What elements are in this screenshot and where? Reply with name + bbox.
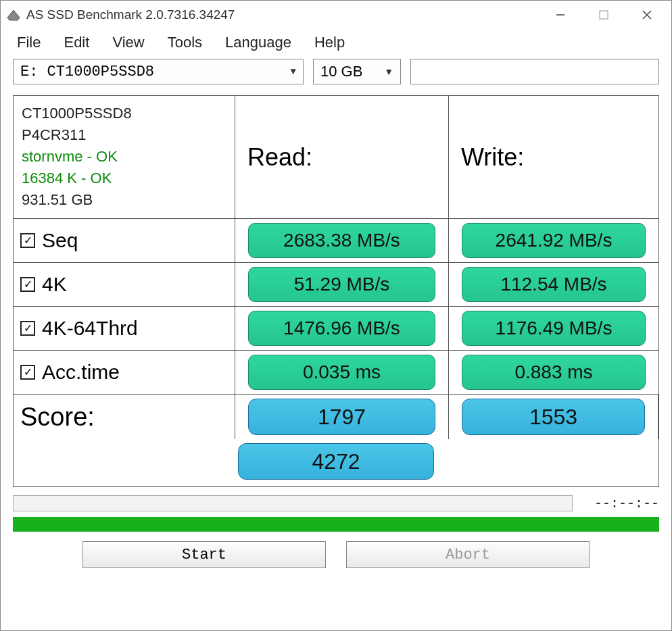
score-label: Score: <box>20 403 95 432</box>
size-select[interactable]: 10 GB ▼ <box>313 59 401 84</box>
menubar: File Edit View Tools Language Help <box>1 29 671 56</box>
elapsed-time: --:--:-- <box>585 496 659 511</box>
info-model: CT1000P5SSD8 <box>22 103 132 124</box>
acc-write: 0.883 ms <box>462 355 646 390</box>
info-capacity: 931.51 GB <box>22 189 93 211</box>
app-icon <box>6 8 21 22</box>
info-firmware: P4CR311 <box>22 124 86 146</box>
results-grid: CT1000P5SSD8 P4CR311 stornvme - OK 16384… <box>13 95 659 487</box>
chevron-down-icon: ▼ <box>291 66 296 77</box>
drive-value: E: CT1000P5SSD8 <box>20 64 154 80</box>
label-seq: Seq <box>42 229 78 252</box>
maximize-button[interactable] <box>590 5 617 25</box>
app-window: AS SSD Benchmark 2.0.7316.34247 File Edi… <box>0 0 672 631</box>
info-driver: stornvme - OK <box>22 146 118 168</box>
chevron-down-icon: ▼ <box>384 66 393 77</box>
4k64-write: 1176.49 MB/s <box>462 311 646 346</box>
4k64-read: 1476.96 MB/s <box>248 311 435 346</box>
4k-read: 51.29 MB/s <box>248 267 435 302</box>
checkbox-4k64[interactable]: ✓ <box>20 321 35 336</box>
abort-button: Abort <box>346 541 590 568</box>
progress-area: --:--:-- <box>13 495 659 511</box>
status-bar <box>13 517 659 532</box>
label-4k: 4K <box>42 273 67 296</box>
close-button[interactable] <box>633 5 661 25</box>
action-buttons: Start Abort <box>1 532 671 579</box>
row-4k64: ✓ 4K-64Thrd 1476.96 MB/s 1176.49 MB/s <box>14 307 658 351</box>
progress-bar <box>13 495 573 511</box>
label-acc: Acc.time <box>42 361 120 384</box>
window-title: AS SSD Benchmark 2.0.7316.34247 <box>26 7 547 22</box>
titlebar: AS SSD Benchmark 2.0.7316.34247 <box>1 1 671 29</box>
menu-view[interactable]: View <box>112 34 144 51</box>
score-write: 1553 <box>462 399 646 435</box>
header-row: CT1000P5SSD8 P4CR311 stornvme - OK 16384… <box>14 96 658 219</box>
drive-select[interactable]: E: CT1000P5SSD8 ▼ <box>13 59 304 84</box>
menu-edit[interactable]: Edit <box>64 34 89 51</box>
score-total: 4272 <box>238 443 434 480</box>
checkbox-seq[interactable]: ✓ <box>20 233 35 248</box>
menu-language[interactable]: Language <box>225 34 291 51</box>
start-button[interactable]: Start <box>82 541 326 568</box>
menu-file[interactable]: File <box>17 34 41 51</box>
score-read: 1797 <box>248 399 435 435</box>
info-alignment: 16384 K - OK <box>22 168 112 189</box>
menu-tools[interactable]: Tools <box>168 34 202 51</box>
toolbar: E: CT1000P5SSD8 ▼ 10 GB ▼ <box>1 56 671 90</box>
row-seq: ✓ Seq 2683.38 MB/s 2641.92 MB/s <box>14 219 658 263</box>
4k-write: 112.54 MB/s <box>462 267 646 302</box>
acc-read: 0.035 ms <box>248 355 435 390</box>
window-controls <box>547 5 661 25</box>
filter-input[interactable] <box>410 59 659 84</box>
seq-read: 2683.38 MB/s <box>248 223 435 258</box>
write-header: Write: <box>449 96 658 218</box>
seq-write: 2641.92 MB/s <box>462 223 646 258</box>
label-4k64: 4K-64Thrd <box>42 317 138 340</box>
read-header: Read: <box>235 96 449 218</box>
size-value: 10 GB <box>320 63 362 80</box>
svg-rect-1 <box>600 11 608 19</box>
checkbox-4k[interactable]: ✓ <box>20 277 35 292</box>
menu-help[interactable]: Help <box>314 34 345 51</box>
row-4k: ✓ 4K 51.29 MB/s 112.54 MB/s <box>14 263 658 307</box>
drive-info: CT1000P5SSD8 P4CR311 stornvme - OK 16384… <box>14 96 235 218</box>
row-score: Score: 1797 1553 4272 <box>14 395 658 486</box>
checkbox-acc[interactable]: ✓ <box>20 365 35 380</box>
minimize-button[interactable] <box>547 5 574 25</box>
row-acc: ✓ Acc.time 0.035 ms 0.883 ms <box>14 351 658 395</box>
